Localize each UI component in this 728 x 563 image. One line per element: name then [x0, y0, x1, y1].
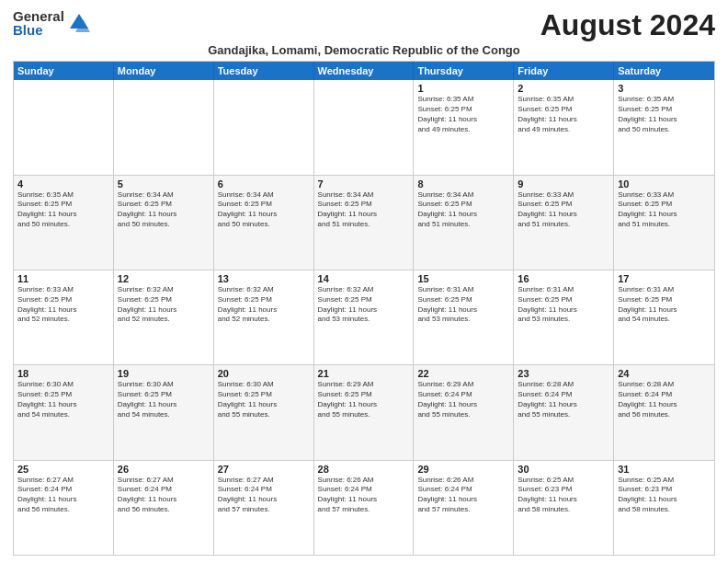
day-number: 5 — [118, 178, 210, 190]
calendar-week-4: 18Sunrise: 6:30 AM Sunset: 6:25 PM Dayli… — [14, 365, 714, 460]
calendar-cell: 2Sunrise: 6:35 AM Sunset: 6:25 PM Daylig… — [514, 80, 614, 174]
header-saturday: Saturday — [614, 62, 714, 80]
day-number: 10 — [618, 178, 711, 190]
day-number: 20 — [218, 368, 310, 379]
cell-info: Sunrise: 6:30 AM Sunset: 6:25 PM Dayligh… — [17, 380, 109, 419]
cell-info: Sunrise: 6:29 AM Sunset: 6:25 PM Dayligh… — [318, 380, 410, 419]
calendar-week-2: 4Sunrise: 6:35 AM Sunset: 6:25 PM Daylig… — [14, 176, 714, 270]
cell-info: Sunrise: 6:28 AM Sunset: 6:24 PM Dayligh… — [618, 380, 711, 419]
cell-info: Sunrise: 6:34 AM Sunset: 6:25 PM Dayligh… — [318, 190, 410, 230]
day-number: 6 — [218, 178, 310, 190]
calendar-cell: 21Sunrise: 6:29 AM Sunset: 6:25 PM Dayli… — [314, 365, 415, 459]
day-number: 12 — [118, 273, 210, 284]
header-thursday: Thursday — [414, 62, 514, 80]
logo-area: General Blue — [13, 9, 92, 37]
calendar-cell: 18Sunrise: 6:30 AM Sunset: 6:25 PM Dayli… — [14, 365, 114, 459]
cell-info: Sunrise: 6:31 AM Sunset: 6:25 PM Dayligh… — [518, 285, 609, 325]
header: General Blue August 2024 — [13, 9, 715, 41]
day-number: 31 — [618, 464, 711, 475]
day-number: 9 — [518, 178, 609, 190]
calendar-cell — [214, 80, 314, 174]
calendar-cell: 3Sunrise: 6:35 AM Sunset: 6:25 PM Daylig… — [614, 80, 714, 174]
day-number: 17 — [618, 273, 711, 284]
cell-info: Sunrise: 6:31 AM Sunset: 6:25 PM Dayligh… — [417, 285, 509, 325]
cell-info: Sunrise: 6:27 AM Sunset: 6:24 PM Dayligh… — [218, 476, 310, 515]
calendar-cell — [314, 80, 415, 174]
calendar: Sunday Monday Tuesday Wednesday Thursday… — [13, 61, 715, 556]
day-number: 30 — [518, 464, 609, 475]
cell-info: Sunrise: 6:26 AM Sunset: 6:24 PM Dayligh… — [417, 476, 509, 515]
calendar-cell: 23Sunrise: 6:28 AM Sunset: 6:24 PM Dayli… — [514, 365, 614, 459]
cell-info: Sunrise: 6:25 AM Sunset: 6:23 PM Dayligh… — [618, 476, 711, 515]
day-number: 26 — [118, 464, 210, 475]
day-number: 4 — [17, 178, 109, 190]
day-number: 29 — [417, 464, 509, 475]
cell-info: Sunrise: 6:33 AM Sunset: 6:25 PM Dayligh… — [618, 190, 711, 230]
calendar-cell: 11Sunrise: 6:33 AM Sunset: 6:25 PM Dayli… — [14, 270, 114, 364]
calendar-cell: 14Sunrise: 6:32 AM Sunset: 6:25 PM Dayli… — [314, 270, 415, 364]
logo-icon — [66, 10, 92, 36]
calendar-week-5: 25Sunrise: 6:27 AM Sunset: 6:24 PM Dayli… — [14, 461, 714, 555]
calendar-cell: 25Sunrise: 6:27 AM Sunset: 6:24 PM Dayli… — [14, 461, 114, 555]
day-number: 25 — [17, 464, 109, 475]
cell-info: Sunrise: 6:30 AM Sunset: 6:25 PM Dayligh… — [218, 380, 310, 419]
day-number: 1 — [417, 83, 509, 94]
month-year-title: August 2024 — [540, 9, 715, 41]
calendar-cell: 26Sunrise: 6:27 AM Sunset: 6:24 PM Dayli… — [114, 461, 214, 555]
calendar-cell — [114, 80, 214, 174]
calendar-cell: 6Sunrise: 6:34 AM Sunset: 6:25 PM Daylig… — [214, 176, 314, 270]
cell-info: Sunrise: 6:33 AM Sunset: 6:25 PM Dayligh… — [518, 190, 609, 230]
day-number: 16 — [518, 273, 609, 284]
day-number: 19 — [118, 368, 210, 379]
cell-info: Sunrise: 6:30 AM Sunset: 6:25 PM Dayligh… — [118, 380, 210, 419]
cell-info: Sunrise: 6:29 AM Sunset: 6:24 PM Dayligh… — [417, 380, 509, 419]
cell-info: Sunrise: 6:32 AM Sunset: 6:25 PM Dayligh… — [318, 285, 410, 325]
calendar-cell: 29Sunrise: 6:26 AM Sunset: 6:24 PM Dayli… — [414, 461, 514, 555]
cell-info: Sunrise: 6:27 AM Sunset: 6:24 PM Dayligh… — [17, 476, 109, 515]
day-number: 13 — [218, 273, 310, 284]
calendar-cell: 7Sunrise: 6:34 AM Sunset: 6:25 PM Daylig… — [314, 176, 415, 270]
day-number: 18 — [17, 368, 109, 379]
day-number: 3 — [618, 83, 711, 94]
cell-info: Sunrise: 6:31 AM Sunset: 6:25 PM Dayligh… — [618, 285, 711, 325]
day-number: 21 — [318, 368, 410, 379]
calendar-cell: 4Sunrise: 6:35 AM Sunset: 6:25 PM Daylig… — [14, 176, 114, 270]
calendar-cell: 27Sunrise: 6:27 AM Sunset: 6:24 PM Dayli… — [214, 461, 314, 555]
calendar-cell: 20Sunrise: 6:30 AM Sunset: 6:25 PM Dayli… — [214, 365, 314, 459]
day-number: 14 — [318, 273, 410, 284]
cell-info: Sunrise: 6:26 AM Sunset: 6:24 PM Dayligh… — [318, 476, 410, 515]
calendar-cell: 9Sunrise: 6:33 AM Sunset: 6:25 PM Daylig… — [514, 176, 614, 270]
calendar-cell: 1Sunrise: 6:35 AM Sunset: 6:25 PM Daylig… — [414, 80, 514, 174]
logo-general: General — [13, 9, 64, 23]
cell-info: Sunrise: 6:35 AM Sunset: 6:25 PM Dayligh… — [618, 95, 711, 134]
cell-info: Sunrise: 6:35 AM Sunset: 6:25 PM Dayligh… — [417, 95, 509, 134]
calendar-cell: 24Sunrise: 6:28 AM Sunset: 6:24 PM Dayli… — [614, 365, 714, 459]
day-number: 27 — [218, 464, 310, 475]
day-number: 7 — [318, 178, 410, 190]
day-number: 2 — [518, 83, 609, 94]
header-wednesday: Wednesday — [314, 62, 415, 80]
cell-info: Sunrise: 6:25 AM Sunset: 6:23 PM Dayligh… — [518, 476, 609, 515]
cell-info: Sunrise: 6:27 AM Sunset: 6:24 PM Dayligh… — [118, 476, 210, 515]
cell-info: Sunrise: 6:35 AM Sunset: 6:25 PM Dayligh… — [518, 95, 609, 134]
day-number: 28 — [318, 464, 410, 475]
cell-info: Sunrise: 6:34 AM Sunset: 6:25 PM Dayligh… — [118, 190, 210, 230]
calendar-cell: 19Sunrise: 6:30 AM Sunset: 6:25 PM Dayli… — [114, 365, 214, 459]
calendar-cell: 31Sunrise: 6:25 AM Sunset: 6:23 PM Dayli… — [614, 461, 714, 555]
header-monday: Monday — [114, 62, 214, 80]
calendar-week-3: 11Sunrise: 6:33 AM Sunset: 6:25 PM Dayli… — [14, 270, 714, 365]
header-friday: Friday — [514, 62, 614, 80]
cell-info: Sunrise: 6:28 AM Sunset: 6:24 PM Dayligh… — [518, 380, 609, 419]
header-sunday: Sunday — [14, 62, 114, 80]
day-number: 23 — [518, 368, 609, 379]
calendar-cell: 8Sunrise: 6:34 AM Sunset: 6:25 PM Daylig… — [414, 176, 514, 270]
calendar-cell: 5Sunrise: 6:34 AM Sunset: 6:25 PM Daylig… — [114, 176, 214, 270]
cell-info: Sunrise: 6:33 AM Sunset: 6:25 PM Dayligh… — [17, 285, 109, 325]
logo-text: General Blue — [13, 9, 64, 37]
calendar-cell: 28Sunrise: 6:26 AM Sunset: 6:24 PM Dayli… — [314, 461, 415, 555]
cell-info: Sunrise: 6:34 AM Sunset: 6:25 PM Dayligh… — [218, 190, 310, 230]
subtitle: Gandajika, Lomami, Democratic Republic o… — [13, 43, 715, 57]
calendar-cell: 22Sunrise: 6:29 AM Sunset: 6:24 PM Dayli… — [414, 365, 514, 459]
calendar-cell: 30Sunrise: 6:25 AM Sunset: 6:23 PM Dayli… — [514, 461, 614, 555]
title-area: August 2024 — [540, 9, 715, 41]
